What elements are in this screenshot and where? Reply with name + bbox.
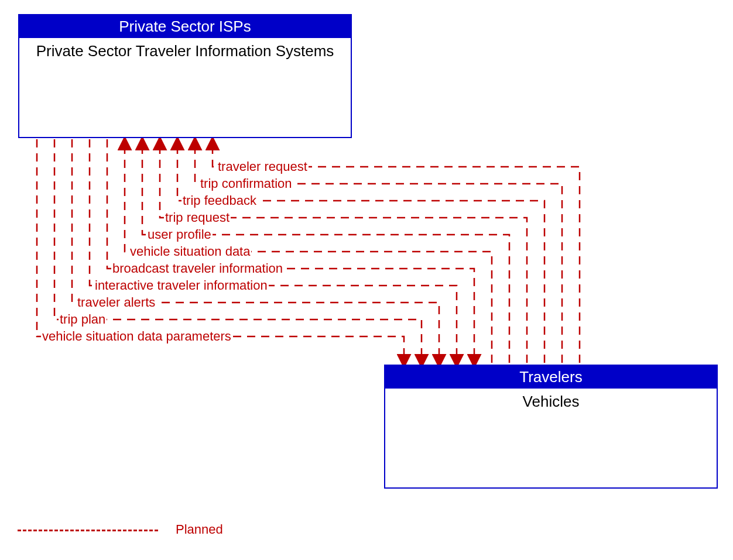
flow-label: broadcast traveler information — [111, 262, 284, 276]
entity-travelers-title: Vehicles — [385, 389, 717, 415]
entity-travelers-header: Travelers — [385, 366, 717, 389]
flow-label: traveler alerts — [76, 296, 156, 310]
flow-label: user profile — [146, 228, 213, 242]
flow-label: traveler request — [217, 160, 309, 174]
flow-label: vehicle situation data — [129, 245, 251, 259]
entity-isp-title: Private Sector Traveler Information Syst… — [19, 38, 351, 64]
entity-travelers: Travelers Vehicles — [384, 365, 718, 489]
flow-label: trip confirmation — [199, 177, 293, 191]
flow-label: vehicle situation data parameters — [41, 329, 232, 343]
flow-label: trip plan — [59, 312, 107, 327]
legend-line-planned — [18, 530, 158, 531]
entity-isp: Private Sector ISPs Private Sector Trave… — [18, 14, 352, 138]
flow-label: interactive traveler information — [94, 279, 269, 293]
entity-isp-header: Private Sector ISPs — [19, 15, 351, 38]
flow-label: trip request — [164, 211, 231, 225]
flow-label: trip feedback — [181, 194, 258, 208]
legend-label: Planned — [176, 522, 223, 537]
